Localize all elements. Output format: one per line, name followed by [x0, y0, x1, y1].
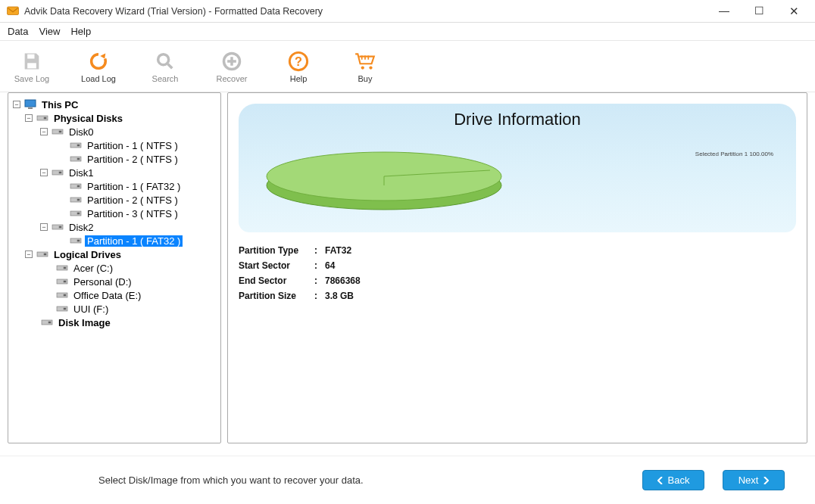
window-controls: — ☐ ✕ — [714, 5, 809, 18]
ssec-value: 64 — [325, 260, 335, 271]
svg-rect-0 — [8, 7, 19, 15]
drive-icon — [52, 126, 64, 138]
window-title: Advik Data Recovery Wizard (Trial Versio… — [24, 6, 323, 17]
help-icon: ? — [288, 50, 309, 73]
tree-office[interactable]: Office Data (E:) — [10, 288, 219, 302]
pc-icon — [24, 98, 36, 110]
titlebar: Advik Data Recovery Wizard (Trial Versio… — [0, 0, 815, 23]
svg-rect-28 — [59, 226, 61, 228]
svg-rect-42 — [48, 322, 51, 323]
tree-disk2[interactable]: −Disk2 — [10, 220, 219, 234]
menu-help[interactable]: Help — [70, 26, 91, 37]
chevron-right-icon — [763, 477, 769, 484]
drive-icon — [70, 235, 82, 247]
drive-icon — [70, 180, 82, 192]
drive-icon — [70, 139, 82, 151]
esec-label: End Sector — [239, 275, 314, 286]
tree-disk1[interactable]: −Disk1 — [10, 166, 219, 179]
ptype-value: FAT32 — [325, 245, 351, 256]
svg-rect-14 — [59, 131, 61, 132]
tree-physical-disks[interactable]: −Physical Disks — [10, 111, 219, 125]
tree-logical-drives[interactable]: −Logical Drives — [10, 247, 219, 261]
ssec-label: Start Sector — [239, 260, 314, 271]
svg-rect-34 — [64, 267, 66, 269]
cart-icon — [354, 50, 376, 73]
drive-icon — [56, 289, 68, 301]
drive-icon — [70, 207, 82, 219]
svg-rect-38 — [64, 294, 66, 296]
next-button[interactable]: Next — [723, 470, 785, 490]
tree-uui[interactable]: UUI (F:) — [10, 302, 219, 316]
svg-rect-30 — [77, 240, 80, 241]
svg-point-3 — [158, 54, 169, 64]
tree-disk0[interactable]: −Disk0 — [10, 125, 219, 138]
save-icon — [21, 50, 42, 73]
footer: Select Disk/Image from which you want to… — [0, 456, 815, 504]
reload-icon — [88, 50, 109, 73]
svg-rect-22 — [77, 185, 80, 187]
back-button[interactable]: Back — [642, 470, 704, 490]
search-button[interactable]: Search — [139, 44, 191, 89]
pie-legend: Selected Partition 1 100.00% — [695, 151, 773, 157]
svg-rect-2 — [27, 54, 34, 58]
svg-rect-9 — [25, 100, 36, 107]
drive-icon — [52, 166, 64, 179]
ptype-label: Partition Type — [239, 245, 314, 256]
svg-rect-16 — [77, 145, 80, 146]
tree-d0p1[interactable]: Partition - 1 ( NTFS ) — [10, 138, 219, 152]
close-button[interactable]: ✕ — [783, 5, 804, 18]
drive-icon — [70, 194, 82, 206]
toolbar: Save Log Load Log Search Recover ? Help … — [0, 41, 815, 92]
tree-pane: −This PC −Physical Disks −Disk0 Partitio… — [8, 92, 221, 443]
svg-rect-12 — [44, 117, 46, 119]
tree-disk-image[interactable]: Disk Image — [10, 316, 219, 329]
drive-icon — [52, 221, 64, 233]
drive-icon — [70, 153, 82, 165]
svg-point-8 — [369, 66, 372, 69]
buy-button[interactable]: Buy — [339, 44, 391, 89]
svg-rect-32 — [44, 254, 46, 255]
drive-icon — [36, 112, 48, 124]
save-log-button[interactable]: Save Log — [6, 44, 58, 89]
drive-icon — [56, 275, 68, 288]
svg-rect-18 — [77, 158, 80, 160]
svg-rect-36 — [64, 281, 66, 282]
menubar: Data View Help — [0, 23, 815, 41]
svg-rect-24 — [77, 199, 80, 201]
tree-d0p2[interactable]: Partition - 2 ( NTFS ) — [10, 152, 219, 166]
drive-icon — [56, 262, 68, 274]
svg-rect-40 — [64, 308, 66, 310]
menu-data[interactable]: Data — [8, 26, 28, 37]
footer-hint: Select Disk/Image from which you want to… — [98, 474, 364, 486]
help-button[interactable]: ? Help — [273, 44, 324, 89]
svg-rect-26 — [77, 213, 80, 214]
svg-rect-10 — [28, 107, 33, 109]
svg-point-7 — [361, 66, 364, 69]
svg-rect-1 — [27, 63, 36, 68]
psize-label: Partition Size — [239, 291, 314, 301]
drive-icon — [56, 303, 68, 315]
load-log-button[interactable]: Load Log — [73, 44, 124, 89]
tree-this-pc[interactable]: −This PC — [10, 98, 219, 111]
tree-personal[interactable]: Personal (D:) — [10, 275, 219, 288]
tree-acer[interactable]: Acer (C:) — [10, 261, 219, 275]
recover-button[interactable]: Recover — [206, 44, 258, 89]
tree-d2p1[interactable]: Partition - 1 ( FAT32 ) — [10, 234, 219, 247]
maximize-button[interactable]: ☐ — [748, 5, 770, 18]
esec-value: 7866368 — [325, 275, 361, 286]
drive-info-table: Partition Type:FAT32 Start Sector:64 End… — [239, 243, 796, 303]
recover-icon — [221, 50, 242, 73]
chevron-left-icon — [657, 477, 664, 484]
svg-rect-20 — [59, 172, 61, 173]
drive-icon — [41, 316, 53, 328]
svg-text:?: ? — [295, 54, 302, 67]
app-icon — [6, 5, 20, 18]
tree-d1p2[interactable]: Partition - 2 ( NTFS ) — [10, 193, 219, 207]
menu-view[interactable]: View — [39, 26, 60, 37]
tree-d1p1[interactable]: Partition - 1 ( FAT32 ) — [10, 179, 219, 193]
drive-info-banner: Drive Information Selected Partition 1 1… — [239, 104, 796, 232]
info-pane: Drive Information Selected Partition 1 1… — [227, 92, 807, 443]
minimize-button[interactable]: — — [714, 5, 735, 18]
psize-value: 3.8 GB — [325, 291, 354, 301]
tree-d1p3[interactable]: Partition - 3 ( NTFS ) — [10, 207, 219, 220]
